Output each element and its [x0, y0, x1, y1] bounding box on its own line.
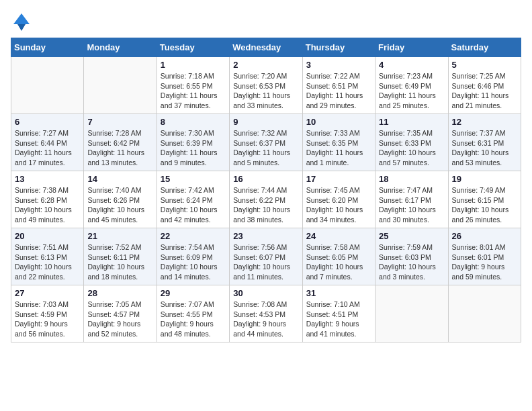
calendar-cell: 20Sunrise: 7:51 AM Sunset: 6:13 PM Dayli…: [11, 228, 84, 285]
calendar-cell: 31Sunrise: 7:10 AM Sunset: 4:51 PM Dayli…: [302, 285, 375, 342]
calendar-body: 1Sunrise: 7:18 AM Sunset: 6:55 PM Daylig…: [11, 57, 521, 342]
day-number: 4: [379, 60, 444, 70]
calendar-cell: 14Sunrise: 7:40 AM Sunset: 6:26 PM Dayli…: [84, 171, 157, 228]
day-detail: Sunrise: 7:30 AM Sunset: 6:39 PM Dayligh…: [161, 128, 226, 168]
day-detail: Sunrise: 7:58 AM Sunset: 6:05 PM Dayligh…: [306, 242, 371, 282]
calendar-cell: 23Sunrise: 7:56 AM Sunset: 6:07 PM Dayli…: [230, 228, 302, 285]
weekday-header-cell: Sunday: [11, 38, 84, 57]
calendar-week-row: 6Sunrise: 7:27 AM Sunset: 6:44 PM Daylig…: [11, 114, 521, 171]
weekday-header-cell: Thursday: [302, 38, 375, 57]
day-detail: Sunrise: 7:32 AM Sunset: 6:37 PM Dayligh…: [233, 128, 298, 168]
day-number: 21: [87, 231, 152, 241]
logo-icon: [11, 11, 32, 32]
calendar-cell: 15Sunrise: 7:42 AM Sunset: 6:24 PM Dayli…: [157, 171, 229, 228]
calendar-cell: 28Sunrise: 7:05 AM Sunset: 4:57 PM Dayli…: [84, 285, 157, 342]
day-number: 5: [452, 60, 517, 70]
day-detail: Sunrise: 7:38 AM Sunset: 6:28 PM Dayligh…: [15, 185, 80, 225]
svg-marker-1: [17, 24, 26, 31]
logo: [11, 11, 35, 32]
calendar-cell: 30Sunrise: 7:08 AM Sunset: 4:53 PM Dayli…: [230, 285, 302, 342]
calendar-cell: 16Sunrise: 7:44 AM Sunset: 6:22 PM Dayli…: [230, 171, 302, 228]
day-detail: Sunrise: 7:20 AM Sunset: 6:53 PM Dayligh…: [233, 71, 298, 111]
day-number: 27: [15, 288, 80, 298]
calendar-cell: 24Sunrise: 7:58 AM Sunset: 6:05 PM Dayli…: [302, 228, 375, 285]
day-number: 11: [379, 117, 444, 127]
day-detail: Sunrise: 7:49 AM Sunset: 6:15 PM Dayligh…: [452, 185, 517, 225]
day-detail: Sunrise: 7:28 AM Sunset: 6:42 PM Dayligh…: [87, 128, 152, 168]
day-number: 3: [306, 60, 371, 70]
day-detail: Sunrise: 7:23 AM Sunset: 6:49 PM Dayligh…: [379, 71, 444, 111]
calendar-cell: 25Sunrise: 7:59 AM Sunset: 6:03 PM Dayli…: [375, 228, 448, 285]
calendar-cell: 6Sunrise: 7:27 AM Sunset: 6:44 PM Daylig…: [11, 114, 84, 171]
calendar-cell: 10Sunrise: 7:33 AM Sunset: 6:35 PM Dayli…: [302, 114, 375, 171]
day-detail: Sunrise: 7:56 AM Sunset: 6:07 PM Dayligh…: [233, 242, 298, 282]
day-detail: Sunrise: 7:37 AM Sunset: 6:31 PM Dayligh…: [452, 128, 517, 168]
day-number: 22: [161, 231, 226, 241]
day-number: 23: [233, 231, 298, 241]
day-detail: Sunrise: 7:59 AM Sunset: 6:03 PM Dayligh…: [379, 242, 444, 282]
calendar-cell: 8Sunrise: 7:30 AM Sunset: 6:39 PM Daylig…: [157, 114, 229, 171]
calendar-cell: 29Sunrise: 7:07 AM Sunset: 4:55 PM Dayli…: [157, 285, 229, 342]
day-detail: Sunrise: 7:07 AM Sunset: 4:55 PM Dayligh…: [161, 300, 226, 339]
weekday-header-row: SundayMondayTuesdayWednesdayThursdayFrid…: [11, 38, 521, 57]
calendar-cell: 26Sunrise: 8:01 AM Sunset: 6:01 PM Dayli…: [448, 228, 521, 285]
weekday-header-cell: Saturday: [448, 38, 521, 57]
calendar-cell: 12Sunrise: 7:37 AM Sunset: 6:31 PM Dayli…: [448, 114, 521, 171]
day-number: 17: [306, 174, 371, 184]
weekday-header-cell: Wednesday: [230, 38, 302, 57]
day-detail: Sunrise: 7:45 AM Sunset: 6:20 PM Dayligh…: [306, 185, 371, 225]
day-number: 14: [87, 174, 152, 184]
day-detail: Sunrise: 7:03 AM Sunset: 4:59 PM Dayligh…: [15, 300, 80, 339]
day-number: 10: [306, 117, 371, 127]
day-number: 16: [233, 174, 298, 184]
day-detail: Sunrise: 7:52 AM Sunset: 6:11 PM Dayligh…: [87, 242, 152, 282]
day-detail: Sunrise: 8:01 AM Sunset: 6:01 PM Dayligh…: [452, 242, 517, 282]
calendar-cell: [84, 57, 157, 114]
day-number: 7: [87, 117, 152, 127]
calendar-cell: 2Sunrise: 7:20 AM Sunset: 6:53 PM Daylig…: [230, 57, 302, 114]
calendar-cell: 18Sunrise: 7:47 AM Sunset: 6:17 PM Dayli…: [375, 171, 448, 228]
header: [11, 11, 521, 32]
day-number: 26: [452, 231, 517, 241]
calendar-cell: 17Sunrise: 7:45 AM Sunset: 6:20 PM Dayli…: [302, 171, 375, 228]
day-detail: Sunrise: 7:18 AM Sunset: 6:55 PM Dayligh…: [161, 71, 226, 111]
calendar-cell: 3Sunrise: 7:22 AM Sunset: 6:51 PM Daylig…: [302, 57, 375, 114]
day-detail: Sunrise: 7:35 AM Sunset: 6:33 PM Dayligh…: [379, 128, 444, 168]
day-detail: Sunrise: 7:27 AM Sunset: 6:44 PM Dayligh…: [15, 128, 80, 168]
day-detail: Sunrise: 7:54 AM Sunset: 6:09 PM Dayligh…: [161, 242, 226, 282]
calendar-cell: [448, 285, 521, 342]
calendar-cell: 9Sunrise: 7:32 AM Sunset: 6:37 PM Daylig…: [230, 114, 302, 171]
weekday-header-cell: Friday: [375, 38, 448, 57]
day-number: 30: [233, 288, 298, 298]
day-detail: Sunrise: 7:10 AM Sunset: 4:51 PM Dayligh…: [306, 300, 371, 339]
day-number: 9: [233, 117, 298, 127]
day-detail: Sunrise: 7:47 AM Sunset: 6:17 PM Dayligh…: [379, 185, 444, 225]
calendar-cell: 11Sunrise: 7:35 AM Sunset: 6:33 PM Dayli…: [375, 114, 448, 171]
calendar-cell: 1Sunrise: 7:18 AM Sunset: 6:55 PM Daylig…: [157, 57, 229, 114]
day-number: 1: [161, 60, 226, 70]
day-detail: Sunrise: 7:51 AM Sunset: 6:13 PM Dayligh…: [15, 242, 80, 282]
day-number: 12: [452, 117, 517, 127]
day-detail: Sunrise: 7:33 AM Sunset: 6:35 PM Dayligh…: [306, 128, 371, 168]
day-detail: Sunrise: 7:40 AM Sunset: 6:26 PM Dayligh…: [87, 185, 152, 225]
weekday-header-cell: Tuesday: [157, 38, 229, 57]
calendar-cell: 27Sunrise: 7:03 AM Sunset: 4:59 PM Dayli…: [11, 285, 84, 342]
calendar-week-row: 27Sunrise: 7:03 AM Sunset: 4:59 PM Dayli…: [11, 285, 521, 342]
day-detail: Sunrise: 7:22 AM Sunset: 6:51 PM Dayligh…: [306, 71, 371, 111]
calendar-table: SundayMondayTuesdayWednesdayThursdayFrid…: [11, 38, 521, 342]
svg-marker-0: [13, 13, 30, 24]
day-number: 31: [306, 288, 371, 298]
day-detail: Sunrise: 7:42 AM Sunset: 6:24 PM Dayligh…: [161, 185, 226, 225]
calendar-cell: [375, 285, 448, 342]
calendar-cell: 19Sunrise: 7:49 AM Sunset: 6:15 PM Dayli…: [448, 171, 521, 228]
day-number: 29: [161, 288, 226, 298]
day-detail: Sunrise: 7:08 AM Sunset: 4:53 PM Dayligh…: [233, 300, 298, 339]
calendar-week-row: 1Sunrise: 7:18 AM Sunset: 6:55 PM Daylig…: [11, 57, 521, 114]
day-number: 28: [87, 288, 152, 298]
day-number: 20: [15, 231, 80, 241]
day-detail: Sunrise: 7:44 AM Sunset: 6:22 PM Dayligh…: [233, 185, 298, 225]
day-number: 13: [15, 174, 80, 184]
calendar-cell: 22Sunrise: 7:54 AM Sunset: 6:09 PM Dayli…: [157, 228, 229, 285]
day-number: 18: [379, 174, 444, 184]
calendar-cell: 21Sunrise: 7:52 AM Sunset: 6:11 PM Dayli…: [84, 228, 157, 285]
